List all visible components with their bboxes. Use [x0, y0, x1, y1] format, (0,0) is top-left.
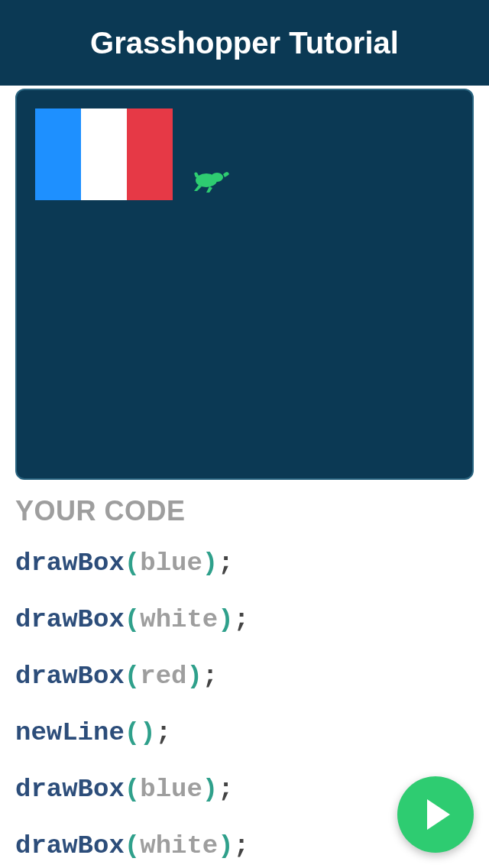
code-line[interactable]: drawBox(red);: [15, 662, 474, 691]
flag-row: [35, 108, 454, 200]
canvas-area: [15, 89, 474, 480]
code-fn: drawBox: [15, 605, 125, 634]
semicolon-icon: ;: [218, 775, 233, 804]
code-arg: white: [140, 831, 218, 860]
paren-close-icon: ): [202, 775, 218, 804]
semicolon-icon: ;: [234, 605, 249, 634]
semicolon-icon: ;: [202, 662, 218, 691]
code-line[interactable]: newLine();: [15, 718, 474, 747]
semicolon-icon: ;: [218, 549, 233, 578]
code-arg: blue: [140, 549, 202, 578]
play-icon: [427, 799, 450, 830]
code-heading: YOUR CODE: [15, 495, 474, 527]
semicolon-icon: ;: [234, 831, 249, 860]
semicolon-icon: ;: [156, 718, 171, 747]
code-arg: blue: [140, 775, 202, 804]
play-button[interactable]: [397, 776, 474, 853]
paren-close-icon: ): [202, 549, 218, 578]
paren-open-icon: (: [125, 775, 140, 804]
page-title: Grasshopper Tutorial: [90, 26, 399, 60]
paren-close-icon: ): [218, 831, 233, 860]
paren-close-icon: ): [186, 662, 202, 691]
paren-open-icon: (: [125, 718, 140, 747]
box-red: [127, 108, 173, 200]
code-line[interactable]: drawBox(white);: [15, 605, 474, 634]
code-arg: red: [140, 662, 186, 691]
paren-open-icon: (: [125, 605, 140, 634]
header: Grasshopper Tutorial: [0, 0, 489, 86]
paren-close-icon: ): [140, 718, 155, 747]
code-line[interactable]: drawBox(blue);: [15, 549, 474, 578]
paren-open-icon: (: [125, 831, 140, 860]
code-fn: drawBox: [15, 662, 125, 691]
code-arg: white: [140, 605, 218, 634]
box-white: [81, 108, 127, 200]
code-fn: drawBox: [15, 775, 125, 804]
box-blue: [35, 108, 81, 200]
svg-point-1: [211, 173, 223, 182]
grasshopper-icon: [189, 164, 232, 197]
code-fn: drawBox: [15, 831, 125, 860]
paren-close-icon: ): [218, 605, 233, 634]
paren-open-icon: (: [125, 662, 140, 691]
code-fn: drawBox: [15, 549, 125, 578]
code-fn: newLine: [15, 718, 125, 747]
paren-open-icon: (: [125, 549, 140, 578]
